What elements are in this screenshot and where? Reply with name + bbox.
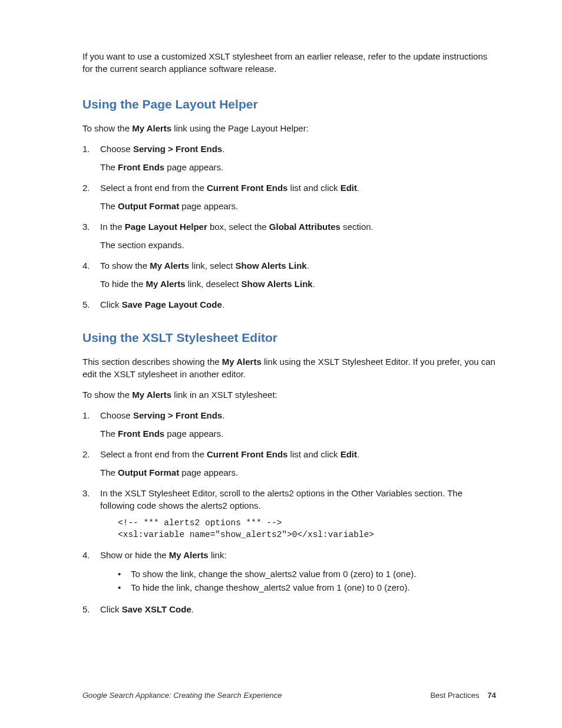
text-bold: Front Ends	[118, 429, 164, 439]
text: .	[222, 299, 224, 309]
text-bold: My Alerts	[222, 357, 262, 367]
bullet-2: To hide the link, change theshow_alerts2…	[118, 581, 496, 594]
text: .	[313, 279, 315, 289]
section1-lead: To show the My Alerts link using the Pag…	[82, 122, 496, 134]
step-4-bullets: To show the link, change the show_alerts…	[100, 567, 496, 595]
text: The	[100, 429, 118, 439]
section2-para1: This section describes showing the My Al…	[82, 355, 496, 380]
text: link, deselect	[186, 279, 242, 289]
step-3: In the XSLT Stylesheet Editor, scroll to…	[82, 487, 496, 541]
step-2-sub: The Output Format page appears.	[100, 466, 496, 479]
text-bold: My Alerts	[146, 279, 186, 289]
text: Choose	[100, 144, 133, 154]
heading-xslt-stylesheet-editor: Using the XSLT Stylesheet Editor	[82, 331, 496, 345]
text: page appears.	[179, 467, 238, 477]
text: link in an XSLT stylesheet:	[171, 390, 277, 400]
text-bold: My Alerts	[132, 390, 171, 400]
heading-page-layout-helper: Using the Page Layout Helper	[82, 97, 496, 111]
text: The	[100, 467, 118, 477]
page-number: 74	[488, 691, 496, 700]
step-3: In the Page Layout Helper box, select th…	[82, 220, 496, 251]
text: Select a front end from the	[100, 183, 207, 193]
text: .	[222, 410, 224, 420]
text: To show the	[100, 261, 150, 271]
text: Show or hide the	[100, 550, 169, 560]
text: In the	[100, 222, 125, 232]
text-bold: Edit	[340, 183, 357, 193]
text: Choose	[100, 410, 133, 420]
text-bold: My Alerts	[150, 261, 189, 271]
text: box, select the	[207, 222, 269, 232]
text: To show the	[82, 123, 132, 133]
text: link using the Page Layout Helper:	[171, 123, 309, 133]
text: link:	[209, 550, 227, 560]
text-bold: Serving > Front Ends	[133, 144, 222, 154]
text-bold: Show Alerts Link	[242, 279, 313, 289]
text: page appears.	[164, 162, 223, 172]
bullet-1: To show the link, change the show_alerts…	[118, 567, 496, 581]
step-1: Choose Serving > Front Ends. The Front E…	[82, 143, 496, 173]
step-2-sub: The Output Format page appears.	[100, 200, 496, 212]
step-1-sub: The Front Ends page appears.	[100, 427, 496, 440]
text: .	[307, 261, 309, 271]
text-bold: Front Ends	[118, 162, 164, 172]
text: .	[357, 183, 359, 193]
text-bold: Page Layout Helper	[125, 222, 207, 232]
text: To show the	[82, 390, 132, 400]
text: To hide the	[100, 279, 146, 289]
text-bold: Output Format	[118, 467, 179, 477]
text: This section describes showing the	[82, 357, 222, 367]
text: .	[357, 449, 359, 459]
step-4: Show or hide the My Alerts link: To show…	[82, 549, 496, 595]
page-footer: Google Search Appliance: Creating the Se…	[82, 691, 496, 700]
text-bold: Current Front Ends	[207, 449, 288, 459]
step-2: Select a front end from the Current Fron…	[82, 448, 496, 479]
step-4-sub: To hide the My Alerts link, deselect Sho…	[100, 278, 496, 290]
text: page appears.	[164, 429, 223, 439]
text-bold: Serving > Front Ends	[133, 410, 222, 420]
text-bold: Output Format	[118, 201, 179, 211]
text-bold: My Alerts	[132, 123, 171, 133]
text: section.	[340, 222, 373, 232]
text: Click	[100, 604, 122, 614]
text-bold: Save Page Layout Code	[122, 299, 222, 309]
text: The	[100, 162, 118, 172]
code-block: <!-- *** alerts2 options *** --> <xsl:va…	[118, 518, 496, 541]
text: link, select	[189, 261, 235, 271]
step-5: Click Save XSLT Code.	[82, 603, 496, 615]
footer-right: Best Practices74	[430, 691, 496, 700]
text-bold: Save XSLT Code	[122, 604, 191, 614]
text: .	[191, 604, 194, 614]
text: In the XSLT Stylesheet Editor, scroll to…	[100, 488, 462, 510]
step-1: Choose Serving > Front Ends. The Front E…	[82, 409, 496, 440]
text: page appears.	[179, 201, 238, 211]
section2-steps: Choose Serving > Front Ends. The Front E…	[82, 409, 496, 615]
section1-steps: Choose Serving > Front Ends. The Front E…	[82, 143, 496, 311]
footer-doc-title: Google Search Appliance: Creating the Se…	[82, 691, 282, 700]
step-1-sub: The Front Ends page appears.	[100, 161, 496, 173]
text-bold: My Alerts	[169, 550, 209, 560]
intro-paragraph: If you want to use a customized XSLT sty…	[82, 50, 496, 75]
text-bold: Show Alerts Link	[236, 261, 307, 271]
text: .	[222, 144, 224, 154]
text-bold: Global Attributes	[269, 222, 340, 232]
step-3-sub: The section expands.	[100, 239, 496, 251]
footer-section: Best Practices	[430, 691, 479, 700]
step-4: To show the My Alerts link, select Show …	[82, 259, 496, 290]
section2-para2: To show the My Alerts link in an XSLT st…	[82, 388, 496, 401]
text-bold: Edit	[340, 449, 357, 459]
text: list and click	[287, 183, 340, 193]
text: The	[100, 201, 118, 211]
step-2: Select a front end from the Current Fron…	[82, 182, 496, 212]
text-bold: Current Front Ends	[207, 183, 288, 193]
text: list and click	[287, 449, 340, 459]
text: Select a front end from the	[100, 449, 207, 459]
text: Click	[100, 299, 122, 309]
step-5: Click Save Page Layout Code.	[82, 298, 496, 311]
page-content: If you want to use a customized XSLT sty…	[0, 0, 562, 615]
